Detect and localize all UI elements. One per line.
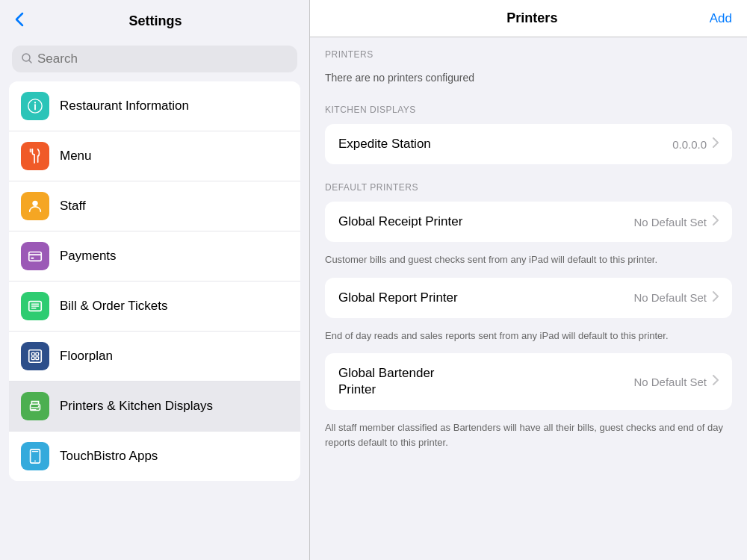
svg-point-17: [38, 405, 40, 407]
tablet-icon: [21, 442, 49, 470]
sidebar-item-bill-order-tickets[interactable]: Bill & Order Tickets: [9, 281, 300, 332]
card-row[interactable]: Global BartenderPrinterNo Default Set: [325, 353, 732, 410]
sidebar-item-label: Menu: [60, 149, 92, 164]
chevron-icon: [713, 215, 719, 228]
content-title: Printers: [355, 10, 710, 26]
section-default-printers: DEFAULT PRINTERSGlobal Receipt PrinterNo…: [310, 170, 747, 460]
chevron-icon: [713, 375, 719, 388]
add-button[interactable]: Add: [710, 11, 732, 26]
svg-rect-5: [29, 252, 42, 261]
content-sections: PRINTERSThere are no printers configured…: [310, 37, 747, 460]
section-printers: PRINTERSThere are no printers configured: [310, 37, 747, 93]
content-header: Printers Add: [310, 0, 747, 37]
svg-rect-13: [36, 352, 39, 355]
card-icon: [21, 242, 49, 270]
sidebar-item-payments[interactable]: Payments: [9, 231, 300, 281]
sidebar-header: Settings: [0, 0, 309, 40]
sidebar: Settings Restaurant InformationMenuStaff…: [0, 0, 310, 560]
search-icon: [21, 52, 33, 66]
card-note: End of day reads and sales reports sent …: [310, 324, 747, 354]
ticket-icon: [21, 292, 49, 320]
person-icon: [21, 192, 49, 220]
card-kitchen-displays-0[interactable]: Expedite Station0.0.0.0: [325, 124, 732, 164]
card-value: No Default Set: [633, 291, 707, 304]
printer-icon: [21, 392, 49, 420]
card-label: Expedite Station: [338, 136, 672, 152]
card-label: Global Receipt Printer: [338, 214, 633, 230]
card-default-printers-1[interactable]: Global Report PrinterNo Default Set: [325, 278, 732, 318]
card-row[interactable]: Global Report PrinterNo Default Set: [325, 278, 732, 318]
sidebar-item-printers-kitchen-displays[interactable]: Printers & Kitchen Displays: [9, 382, 300, 432]
search-input[interactable]: [37, 52, 288, 66]
search-bar-container: [0, 40, 309, 81]
fork-knife-icon: [21, 142, 49, 170]
svg-rect-12: [31, 352, 34, 355]
svg-point-19: [34, 461, 36, 462]
card-value: 0.0.0.0: [672, 138, 707, 151]
svg-rect-6: [31, 258, 34, 259]
search-bar: [12, 46, 297, 72]
sidebar-item-restaurant-information[interactable]: Restaurant Information: [9, 81, 300, 131]
sidebar-item-label: Printers & Kitchen Displays: [60, 399, 213, 414]
sidebar-item-label: TouchBistro Apps: [60, 449, 158, 464]
content-panel: Printers Add PRINTERSThere are no printe…: [310, 0, 747, 560]
card-value: No Default Set: [633, 216, 707, 228]
section-note-printers: There are no printers configured: [310, 69, 747, 93]
floor-icon: [21, 342, 49, 370]
card-row[interactable]: Global Receipt PrinterNo Default Set: [325, 202, 732, 242]
card-default-printers-2[interactable]: Global BartenderPrinterNo Default Set: [325, 353, 732, 410]
sidebar-item-label: Bill & Order Tickets: [60, 299, 168, 314]
card-row[interactable]: Expedite Station0.0.0.0: [325, 124, 732, 164]
sidebar-item-floorplan[interactable]: Floorplan: [9, 332, 300, 382]
card-note: Customer bills and guest checks sent fro…: [310, 248, 747, 278]
sidebar-item-staff[interactable]: Staff: [9, 181, 300, 231]
back-button[interactable]: [12, 9, 27, 34]
sidebar-item-menu[interactable]: Menu: [9, 131, 300, 181]
section-label-printers: PRINTERS: [325, 49, 732, 60]
card-note: All staff member classified as Bartender…: [310, 416, 747, 460]
section-label-kitchen-displays: KITCHEN DISPLAYS: [325, 105, 732, 115]
info-icon: [21, 92, 49, 120]
card-label: Global BartenderPrinter: [338, 365, 633, 398]
card-value: No Default Set: [633, 376, 707, 388]
sidebar-item-label: Floorplan: [60, 349, 113, 364]
chevron-icon: [713, 137, 719, 151]
sidebar-title: Settings: [33, 13, 278, 29]
svg-point-4: [32, 201, 37, 206]
sidebar-item-label: Restaurant Information: [60, 99, 189, 113]
sidebar-item-touchbistro-apps[interactable]: TouchBistro Apps: [9, 432, 300, 481]
svg-point-3: [34, 102, 36, 103]
svg-rect-11: [29, 350, 42, 363]
svg-rect-15: [36, 357, 39, 360]
card-default-printers-0[interactable]: Global Receipt PrinterNo Default Set: [325, 202, 732, 242]
svg-rect-14: [31, 357, 34, 360]
section-label-default-printers: DEFAULT PRINTERS: [325, 182, 732, 193]
menu-list: Restaurant InformationMenuStaffPaymentsB…: [9, 81, 300, 481]
chevron-icon: [713, 291, 719, 305]
sidebar-item-label: Staff: [60, 199, 86, 214]
section-kitchen-displays: KITCHEN DISPLAYSExpedite Station0.0.0.0: [310, 93, 747, 164]
sidebar-item-label: Payments: [60, 249, 117, 264]
card-label: Global Report Printer: [338, 290, 633, 306]
